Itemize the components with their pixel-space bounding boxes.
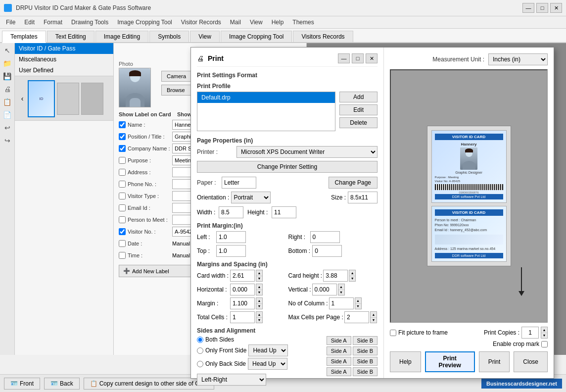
dialog-minimize-button[interactable]: —: [338, 53, 350, 63]
menu-drawing-tools[interactable]: Drawing Tools: [67, 17, 112, 27]
print-copies-input[interactable]: [521, 327, 539, 339]
both-sides-radio[interactable]: [197, 337, 203, 343]
side-b-btn-2[interactable]: Side B: [353, 346, 377, 355]
back-button[interactable]: 🪪 Back: [44, 378, 80, 390]
time-checkbox[interactable]: [119, 252, 126, 259]
redo-icon[interactable]: ↪: [2, 135, 13, 146]
width-input[interactable]: [219, 206, 243, 218]
close-app-button[interactable]: ✕: [550, 3, 562, 13]
company-checkbox[interactable]: [119, 145, 126, 152]
folder-icon[interactable]: 📁: [2, 58, 13, 69]
phone-checkbox[interactable]: [119, 181, 126, 188]
close-dialog-button[interactable]: Close: [514, 351, 548, 372]
menu-image-cropping[interactable]: Image Cropping Tool: [113, 17, 176, 27]
side-a-btn-3[interactable]: Side A: [327, 357, 351, 366]
back-head-select[interactable]: Head Up: [248, 358, 287, 370]
bottom-margin-input[interactable]: [312, 245, 342, 257]
menu-view[interactable]: View: [246, 17, 267, 27]
browse-button[interactable]: Browse: [161, 85, 191, 96]
print-icon[interactable]: 🖨: [2, 84, 13, 95]
visitor-type-checkbox[interactable]: [119, 193, 126, 199]
tab-image-editing[interactable]: Image Editing: [95, 31, 148, 42]
add-profile-button[interactable]: Add: [339, 92, 377, 102]
measurement-select[interactable]: Inches (in) Centimeters (cm): [488, 53, 548, 65]
dialog-close-button[interactable]: ✕: [366, 53, 377, 63]
margin-input-field[interactable]: [230, 297, 255, 309]
new-icon[interactable]: 📄: [2, 109, 13, 120]
sidebar-item-miscellaneous[interactable]: Miscellaneous: [15, 54, 113, 65]
menu-format[interactable]: Format: [40, 17, 66, 27]
select-tool-icon[interactable]: ↖: [2, 45, 13, 56]
printer-select[interactable]: Microsoft XPS Document Writer: [236, 146, 377, 158]
paper-input[interactable]: [222, 177, 256, 189]
menu-themes[interactable]: Themes: [288, 17, 318, 27]
address-checkbox[interactable]: [119, 169, 126, 176]
date-checkbox[interactable]: [119, 240, 126, 247]
side-a-btn-4[interactable]: Side A: [327, 367, 351, 376]
max-cells-input[interactable]: [344, 311, 369, 323]
card-width-input[interactable]: [230, 270, 255, 282]
side-b-btn-4[interactable]: Side B: [353, 367, 377, 376]
enable-crop-checkbox[interactable]: [541, 341, 548, 347]
max-cells-spinner[interactable]: ▲ ▼: [370, 311, 377, 323]
menu-mail[interactable]: Mail: [226, 17, 245, 27]
purpose-checkbox[interactable]: [119, 157, 126, 164]
name-checkbox[interactable]: [119, 121, 126, 128]
tab-view[interactable]: View: [190, 31, 220, 42]
back-side-radio[interactable]: [197, 361, 203, 367]
menu-help[interactable]: Help: [268, 17, 288, 27]
card-height-input[interactable]: [323, 270, 348, 282]
card-height-spinner[interactable]: ▲ ▼: [349, 270, 356, 282]
template-thumb-1[interactable]: ID: [28, 80, 55, 117]
maximize-button[interactable]: □: [536, 3, 548, 13]
change-printer-button[interactable]: Change Printer Setting: [197, 161, 377, 173]
print-preview-button[interactable]: Print Preview: [425, 351, 475, 372]
vertical-input[interactable]: [312, 284, 337, 295]
profile-item-default[interactable]: Default.drp: [197, 92, 335, 103]
edit-profile-button[interactable]: Edit: [339, 104, 377, 115]
help-button[interactable]: Help: [390, 351, 421, 372]
print-copies-spinner[interactable]: ▲ ▼: [541, 327, 548, 339]
card-width-spinner[interactable]: ▲ ▼: [256, 270, 263, 282]
menu-edit[interactable]: Edit: [20, 17, 39, 27]
side-b-btn-3[interactable]: Side B: [353, 357, 377, 366]
email-checkbox[interactable]: [119, 204, 126, 211]
change-page-button[interactable]: Change Page: [329, 177, 377, 189]
person-to-meet-checkbox[interactable]: [119, 216, 126, 223]
vertical-spinner[interactable]: ▲ ▼: [338, 284, 345, 295]
save-icon[interactable]: 💾: [2, 71, 13, 82]
alignment-select[interactable]: Left-Right: [197, 374, 266, 386]
right-margin-input[interactable]: [310, 231, 340, 243]
minimize-button[interactable]: —: [522, 3, 534, 13]
print-button[interactable]: Print: [479, 351, 510, 372]
copy-design-button[interactable]: 📋 Copy current design to other side of C…: [84, 378, 214, 390]
undo-icon[interactable]: ↩: [2, 122, 13, 133]
size-input[interactable]: [348, 192, 377, 203]
orientation-select[interactable]: Portrait Landscape: [231, 192, 271, 203]
position-checkbox[interactable]: [119, 133, 126, 140]
front-button[interactable]: 🪪 Front: [4, 378, 40, 390]
dialog-maximize-button[interactable]: □: [352, 53, 364, 63]
height-input[interactable]: [272, 206, 296, 218]
tab-text-editing[interactable]: Text Editing: [47, 31, 94, 42]
fit-picture-checkbox[interactable]: [390, 330, 396, 336]
margin-spinner[interactable]: ▲ ▼: [256, 297, 263, 309]
tab-templates[interactable]: Templates: [2, 31, 46, 43]
horizontal-spinner[interactable]: ▲ ▼: [256, 284, 263, 295]
delete-profile-button[interactable]: Delete: [339, 117, 377, 128]
total-cells-input[interactable]: [230, 311, 255, 323]
sidebar-item-visitor-id[interactable]: Visitor ID / Gate Pass: [15, 43, 113, 54]
sidebar-item-user-defined[interactable]: User Defined: [15, 65, 113, 76]
no-column-spinner[interactable]: ▲ ▼: [355, 297, 362, 309]
copy-icon[interactable]: 📋: [2, 97, 13, 107]
visitor-no-checkbox[interactable]: [119, 228, 126, 235]
prev-template-button[interactable]: ‹: [19, 95, 26, 102]
side-a-btn-1[interactable]: Side A: [327, 336, 351, 345]
side-b-btn-1[interactable]: Side B: [353, 336, 377, 345]
template-thumb-2[interactable]: [57, 83, 79, 115]
camera-button[interactable]: Camera: [161, 71, 191, 82]
horizontal-input[interactable]: [230, 284, 255, 295]
left-margin-input[interactable]: [216, 231, 246, 243]
front-side-radio[interactable]: [197, 347, 203, 354]
tab-image-cropping-tool[interactable]: Image Cropping Tool: [221, 31, 292, 42]
